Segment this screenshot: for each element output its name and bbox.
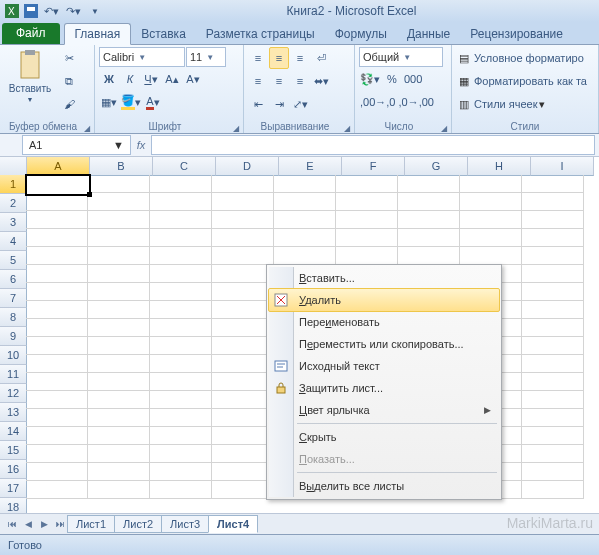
cell[interactable] [88,175,150,193]
cell[interactable] [212,229,274,247]
cell[interactable] [26,229,88,247]
cell[interactable] [26,319,88,337]
tab-file[interactable]: Файл [2,23,60,44]
cell[interactable] [26,445,88,463]
decrease-font-icon[interactable]: A▾ [183,68,203,90]
cell[interactable] [88,229,150,247]
decrease-decimal-icon[interactable]: ,0→,00 [397,91,434,113]
column-header[interactable]: B [90,157,153,176]
cell[interactable] [522,247,584,265]
align-dialog-icon[interactable]: ◢ [344,124,350,133]
cell[interactable] [88,319,150,337]
row-header[interactable]: 3 [0,213,27,232]
cell[interactable] [522,355,584,373]
menu-select-all-sheets[interactable]: Выделить все листы [269,475,499,497]
cell[interactable] [212,463,274,481]
cell[interactable] [88,301,150,319]
sheet-tab[interactable]: Лист3 [161,515,209,533]
cell[interactable] [212,193,274,211]
underline-button[interactable]: Ч▾ [141,68,161,90]
wrap-text-icon[interactable]: ⏎ [311,47,331,69]
row-header[interactable]: 8 [0,308,27,327]
sheet-tab[interactable]: Лист2 [114,515,162,533]
cell[interactable] [522,373,584,391]
cell[interactable] [150,193,212,211]
cell[interactable] [212,391,274,409]
align-middle-icon[interactable]: ≡ [269,47,289,69]
formula-bar[interactable] [151,135,595,155]
redo-icon[interactable]: ↷▾ [63,0,83,22]
qat-customize-icon[interactable]: ▼ [85,0,105,22]
cell[interactable] [212,481,274,499]
row-header[interactable]: 6 [0,270,27,289]
comma-icon[interactable]: 000 [403,68,423,90]
row-header[interactable]: 5 [0,251,27,270]
cell[interactable] [460,175,522,193]
cell[interactable] [88,283,150,301]
row-header[interactable]: 10 [0,346,27,365]
cell[interactable] [150,337,212,355]
cell[interactable] [26,301,88,319]
cell[interactable] [522,319,584,337]
conditional-formatting-button[interactable]: Условное форматиро [473,47,585,69]
cell[interactable] [26,391,88,409]
row-header[interactable]: 18 [0,498,27,513]
cell[interactable] [88,265,150,283]
format-painter-icon[interactable]: 🖌 [59,93,79,115]
menu-delete[interactable]: Удалить [268,288,500,312]
cell[interactable] [522,265,584,283]
sheet-nav-last-icon[interactable]: ⏭ [52,516,68,532]
increase-font-icon[interactable]: A▴ [162,68,182,90]
cut-icon[interactable]: ✂ [59,47,79,69]
cell[interactable] [460,193,522,211]
row-header[interactable]: 12 [0,384,27,403]
cell[interactable] [26,373,88,391]
cell[interactable] [522,175,584,193]
cell[interactable] [88,391,150,409]
row-header[interactable]: 4 [0,232,27,251]
select-all-corner[interactable] [0,157,27,176]
tab-formulas[interactable]: Формулы [325,24,397,44]
sheet-nav-next-icon[interactable]: ▶ [36,516,52,532]
tab-review[interactable]: Рецензирование [460,24,573,44]
increase-indent-icon[interactable]: ⇥ [269,93,289,115]
cell[interactable] [150,319,212,337]
cell[interactable] [522,409,584,427]
cell[interactable] [150,283,212,301]
paste-button[interactable]: Вставить ▼ [4,47,56,105]
font-name-combo[interactable]: Calibri▼ [99,47,185,67]
row-header[interactable]: 13 [0,403,27,422]
cell[interactable] [150,481,212,499]
cell[interactable] [212,319,274,337]
cell[interactable] [26,265,88,283]
cell[interactable] [212,265,274,283]
cell[interactable] [88,373,150,391]
cell[interactable] [88,211,150,229]
row-header[interactable]: 7 [0,289,27,308]
cell[interactable] [88,481,150,499]
cell[interactable] [150,391,212,409]
cell[interactable] [26,175,88,193]
row-header[interactable]: 17 [0,479,27,498]
align-left-icon[interactable]: ≡ [248,70,268,92]
bold-button[interactable]: Ж [99,68,119,90]
column-header[interactable]: E [279,157,342,176]
cell[interactable] [88,247,150,265]
cell[interactable] [336,193,398,211]
format-as-table-button[interactable]: Форматировать как та [473,70,588,92]
cell[interactable] [336,247,398,265]
align-top-icon[interactable]: ≡ [248,47,268,69]
undo-icon[interactable]: ↶▾ [41,0,61,22]
borders-icon[interactable]: ▦▾ [99,91,119,113]
copy-icon[interactable]: ⧉ [59,70,79,92]
cell[interactable] [26,463,88,481]
number-format-combo[interactable]: Общий▼ [359,47,443,67]
menu-rename[interactable]: Переименовать [269,311,499,333]
cell[interactable] [150,427,212,445]
clipboard-dialog-icon[interactable]: ◢ [84,124,90,133]
cell[interactable] [212,337,274,355]
cell[interactable] [88,355,150,373]
align-bottom-icon[interactable]: ≡ [290,47,310,69]
increase-decimal-icon[interactable]: ,00→,0 [359,91,396,113]
decrease-indent-icon[interactable]: ⇤ [248,93,268,115]
